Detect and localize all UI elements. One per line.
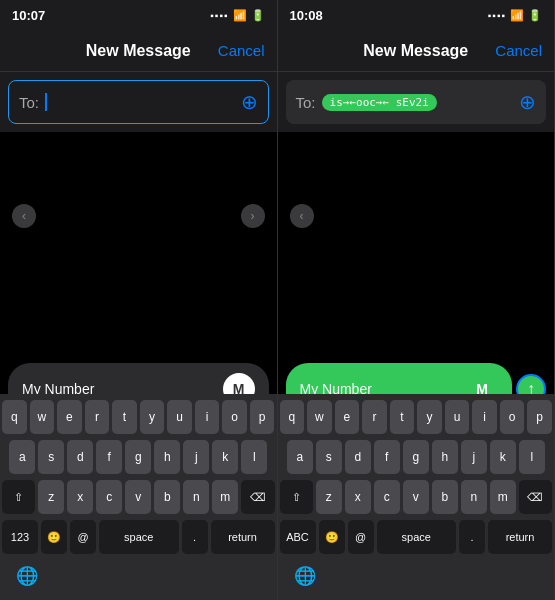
- key-g-left[interactable]: g: [125, 440, 151, 474]
- cancel-button-left[interactable]: Cancel: [218, 42, 265, 59]
- key-r-left[interactable]: r: [85, 400, 110, 434]
- to-field-right[interactable]: To: is→←ooc→← sEv2i ⊕: [286, 80, 547, 124]
- status-icons-left: ▪▪▪▪ 📶 🔋: [210, 9, 264, 22]
- bottom-bar-left: 🌐: [2, 560, 275, 596]
- key-delete-right[interactable]: ⌫: [519, 480, 552, 514]
- key-emoji-left[interactable]: 🙂: [41, 520, 67, 554]
- recipient-text-right: is→←ooc→← sEv2i: [330, 96, 429, 109]
- key-u-left[interactable]: u: [167, 400, 192, 434]
- key-dot-left[interactable]: .: [182, 520, 208, 554]
- to-label-left: To:: [19, 94, 39, 111]
- status-bar-left: 10:07 ▪▪▪▪ 📶 🔋: [0, 0, 277, 30]
- key-i-left[interactable]: i: [195, 400, 220, 434]
- nav-bar-left: New Message Cancel: [0, 30, 277, 72]
- key-p-right[interactable]: p: [527, 400, 552, 434]
- add-recipient-left[interactable]: ⊕: [241, 90, 258, 114]
- key-k-right[interactable]: k: [490, 440, 516, 474]
- key-b-left[interactable]: b: [154, 480, 180, 514]
- key-n-right[interactable]: n: [461, 480, 487, 514]
- key-o-right[interactable]: o: [500, 400, 525, 434]
- key-j-left[interactable]: j: [183, 440, 209, 474]
- left-arrow-left[interactable]: ‹: [12, 204, 36, 228]
- status-time-right: 10:08: [290, 8, 323, 23]
- status-bar-right: 10:08 ▪▪▪▪ 📶 🔋: [278, 0, 555, 30]
- globe-icon-right[interactable]: 🌐: [294, 565, 316, 587]
- key-delete-left[interactable]: ⌫: [241, 480, 274, 514]
- nav-title-left: New Message: [86, 42, 191, 60]
- key-u-right[interactable]: u: [445, 400, 470, 434]
- key-b-right[interactable]: b: [432, 480, 458, 514]
- key-f-left[interactable]: f: [96, 440, 122, 474]
- key-c-right[interactable]: c: [374, 480, 400, 514]
- cursor-left: [45, 93, 47, 111]
- key-return-right[interactable]: return: [488, 520, 552, 554]
- key-shift-right[interactable]: ⇧: [280, 480, 313, 514]
- key-d-left[interactable]: d: [67, 440, 93, 474]
- key-r-right[interactable]: r: [362, 400, 387, 434]
- right-arrow-left[interactable]: ›: [241, 204, 265, 228]
- key-space-right[interactable]: space: [377, 520, 457, 554]
- key-l-right[interactable]: l: [519, 440, 545, 474]
- key-q-left[interactable]: q: [2, 400, 27, 434]
- key-o-left[interactable]: o: [222, 400, 247, 434]
- key-z-right[interactable]: z: [316, 480, 342, 514]
- wifi-icon-left: 📶: [233, 9, 247, 22]
- key-e-right[interactable]: e: [335, 400, 360, 434]
- key-x-left[interactable]: x: [67, 480, 93, 514]
- key-t-left[interactable]: t: [112, 400, 137, 434]
- key-p-left[interactable]: p: [250, 400, 275, 434]
- add-recipient-right[interactable]: ⊕: [519, 90, 536, 114]
- key-s-left[interactable]: s: [38, 440, 64, 474]
- key-z-left[interactable]: z: [38, 480, 64, 514]
- key-123-left[interactable]: 123: [2, 520, 38, 554]
- keyboard-row4-right: ABC 🙂 @ space . return: [280, 520, 553, 554]
- status-icons-right: ▪▪▪▪ 📶 🔋: [488, 9, 542, 22]
- key-h-right[interactable]: h: [432, 440, 458, 474]
- key-d-right[interactable]: d: [345, 440, 371, 474]
- to-field-left[interactable]: To: ⊕: [8, 80, 269, 124]
- key-h-left[interactable]: h: [154, 440, 180, 474]
- key-m-right[interactable]: m: [490, 480, 516, 514]
- battery-icon-right: 🔋: [528, 9, 542, 22]
- keyboard-row3-right: ⇧ z x c v b n m ⌫: [280, 480, 553, 514]
- keyboard-left: q w e r t y u i o p a s d f g h j k l ⇧ …: [0, 394, 277, 600]
- key-i-right[interactable]: i: [472, 400, 497, 434]
- key-g-right[interactable]: g: [403, 440, 429, 474]
- recipient-chip-right[interactable]: is→←ooc→← sEv2i: [322, 94, 437, 111]
- key-e-left[interactable]: e: [57, 400, 82, 434]
- key-return-left[interactable]: return: [211, 520, 275, 554]
- key-q-right[interactable]: q: [280, 400, 305, 434]
- key-m-left[interactable]: m: [212, 480, 238, 514]
- key-abc-right[interactable]: ABC: [280, 520, 316, 554]
- key-dot-right[interactable]: .: [459, 520, 485, 554]
- key-y-right[interactable]: y: [417, 400, 442, 434]
- key-x-right[interactable]: x: [345, 480, 371, 514]
- left-arrow-right[interactable]: ‹: [290, 204, 314, 228]
- status-time-left: 10:07: [12, 8, 45, 23]
- key-v-right[interactable]: v: [403, 480, 429, 514]
- key-at-right[interactable]: @: [348, 520, 374, 554]
- key-shift-left[interactable]: ⇧: [2, 480, 35, 514]
- key-s-right[interactable]: s: [316, 440, 342, 474]
- key-space-left[interactable]: space: [99, 520, 179, 554]
- wifi-icon-right: 📶: [510, 9, 524, 22]
- cancel-button-right[interactable]: Cancel: [495, 42, 542, 59]
- key-a-left[interactable]: a: [9, 440, 35, 474]
- key-emoji-right[interactable]: 🙂: [319, 520, 345, 554]
- keyboard-row2-left: a s d f g h j k l: [2, 440, 275, 474]
- key-n-left[interactable]: n: [183, 480, 209, 514]
- key-j-right[interactable]: j: [461, 440, 487, 474]
- keyboard-row1-right: q w e r t y u i o p: [280, 400, 553, 434]
- key-t-right[interactable]: t: [390, 400, 415, 434]
- key-c-left[interactable]: c: [96, 480, 122, 514]
- key-w-left[interactable]: w: [30, 400, 55, 434]
- key-l-left[interactable]: l: [241, 440, 267, 474]
- key-v-left[interactable]: v: [125, 480, 151, 514]
- key-k-left[interactable]: k: [212, 440, 238, 474]
- key-a-right[interactable]: a: [287, 440, 313, 474]
- key-at-left[interactable]: @: [70, 520, 96, 554]
- key-y-left[interactable]: y: [140, 400, 165, 434]
- key-w-right[interactable]: w: [307, 400, 332, 434]
- key-f-right[interactable]: f: [374, 440, 400, 474]
- globe-icon-left[interactable]: 🌐: [16, 565, 38, 587]
